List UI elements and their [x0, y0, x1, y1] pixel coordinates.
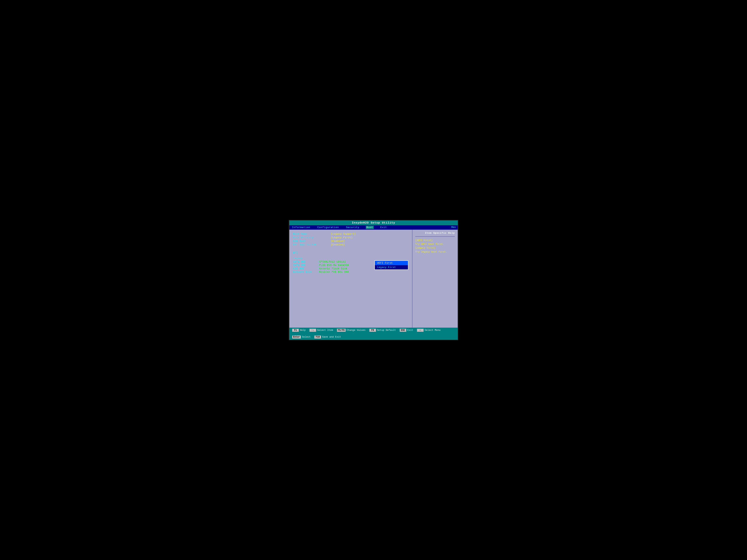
devices-list: SATA HDD : ST500LT012-1DG142 SATA ODD : … [293, 261, 371, 274]
sata-hdd-value: ST500LT012-1DG142 [319, 261, 345, 263]
pxe-boot-value: [Enabled] [331, 243, 345, 246]
sata-odd-value: PLDS DVD-RW DA8A5SH [319, 264, 349, 267]
usb-hdd-row: USB HDD : Generic Flash Disk [293, 267, 371, 270]
menu-boot[interactable]: Boot [366, 226, 374, 229]
updown-desc: Select Item [317, 329, 333, 331]
usb-boot-row: USB Boot [Enabled] [293, 240, 408, 243]
bios-screen: InsydeH2O Setup Utility Information Conf… [289, 220, 458, 340]
menu-information[interactable]: Information [291, 226, 311, 229]
boot-mode-value: [Legacy Support] [331, 233, 356, 235]
f1-desc: Help [300, 329, 306, 331]
footer-f1: F1 Help [292, 329, 306, 332]
boot-priority-dropdown[interactable]: UEFI First Legacy First [375, 261, 408, 270]
network-boot-row: Network Boot : Realtek PXE B01 D00 [293, 271, 371, 273]
dropdown-uefi-first[interactable]: UEFI First [375, 261, 408, 265]
f9-key: F9 [369, 329, 376, 332]
f5f6-key: F5/F6 [337, 329, 345, 332]
f9-desc: Setup Default [377, 329, 396, 331]
legacy-header: Legacy [293, 257, 408, 260]
sata-hdd-row: SATA HDD : ST500LT012-1DG142 [293, 261, 371, 263]
footer-bar: F1 Help ↑↓ Select Item F5/F6 Change Valu… [289, 328, 458, 340]
updown-key: ↑↓ [309, 329, 316, 332]
network-boot-label: Network Boot [293, 271, 317, 273]
sata-hdd-label: SATA HDD [293, 261, 317, 263]
dropdown-legacy-first[interactable]: Legacy First [375, 265, 408, 269]
help-line-0: [UEFI First] [415, 239, 455, 242]
right-panel: Item Specific Help [UEFI First] Try UEFI… [412, 230, 458, 328]
footer-esc: ESC Exit [400, 329, 413, 332]
enter-key: Enter [292, 336, 301, 339]
help-panel-title: Item Specific Help [415, 232, 455, 235]
efi-header: EFI [293, 251, 408, 254]
help-line-1: Try UEFI boot first. [415, 242, 455, 246]
usb-hdd-label: USB HDD [293, 267, 317, 270]
network-boot-value: Realtek PXE B01 D00 [319, 271, 349, 273]
usb-boot-value: [Enabled] [331, 240, 345, 243]
f10-desc: Save and Exit [322, 336, 341, 338]
network-boot-sep: : [317, 271, 319, 273]
left-panel: Boot Mode [Legacy Support] Boot Priority… [289, 230, 412, 328]
menu-bar: Information Configuration Security Boot … [289, 225, 458, 230]
sata-odd-row: SATA ODD : PLDS DVD-RW DA8A5SH [293, 264, 371, 267]
usb-boot-label: USB Boot [293, 240, 331, 243]
menu-configuration[interactable]: Configuration [317, 226, 340, 229]
pxe-boot-row: PXE Boot to LAN [Enabled] [293, 243, 408, 246]
esc-key: ESC [400, 329, 406, 332]
pxe-boot-label: PXE Boot to LAN [293, 243, 331, 246]
usb-hdd-sep: : [317, 267, 319, 270]
help-divider [415, 236, 455, 237]
sata-hdd-sep: : [317, 261, 319, 263]
esc-desc: Exit [407, 329, 413, 331]
help-text-block: [UEFI First] Try UEFI boot first. [Legac… [415, 239, 455, 254]
devices-wrapper: SATA HDD : ST500LT012-1DG142 SATA ODD : … [293, 261, 408, 274]
title-bar: InsydeH2O Setup Utility [289, 220, 458, 225]
sata-odd-sep: : [317, 264, 319, 267]
usb-hdd-value: Generic Flash Disk [319, 267, 347, 270]
footer-f5f6: F5/F6 Change Values [337, 329, 366, 332]
boot-mode-row: Boot Mode [Legacy Support] [293, 233, 408, 235]
rev-label: Rev [452, 226, 456, 229]
footer-f10: F10 Save and Exit [314, 336, 341, 339]
footer-enter: Enter Select [292, 336, 311, 339]
help-line-3: Try legacy boot first. [415, 250, 455, 254]
help-line-2: [Legacy First] [415, 246, 455, 250]
f5f6-desc: Change Values [347, 329, 366, 331]
bios-title: InsydeH2O Setup Utility [352, 221, 395, 224]
footer-updown: ↑↓ Select Item [309, 329, 333, 332]
enter-desc: Select [302, 336, 311, 338]
main-area: Boot Mode [Legacy Support] Boot Priority… [289, 230, 458, 328]
footer-f9: F9 Setup Default [369, 329, 396, 332]
boot-priority-value: [Legacy First] [331, 236, 353, 239]
leftright-desc: Select Menu [425, 329, 441, 331]
leftright-key: ↔ [417, 329, 423, 332]
f1-key: F1 [292, 329, 299, 332]
footer-leftright: ↔ Select Menu [417, 329, 441, 332]
boot-priority-label: Boot Priority [293, 236, 331, 239]
sata-odd-label: SATA ODD [293, 264, 317, 267]
menu-exit[interactable]: Exit [380, 226, 388, 229]
menu-security[interactable]: Security [345, 226, 360, 229]
f10-key: F10 [314, 336, 321, 339]
boot-mode-label: Boot Mode [293, 233, 331, 235]
boot-priority-row: Boot Priority [Legacy First] [293, 236, 408, 239]
